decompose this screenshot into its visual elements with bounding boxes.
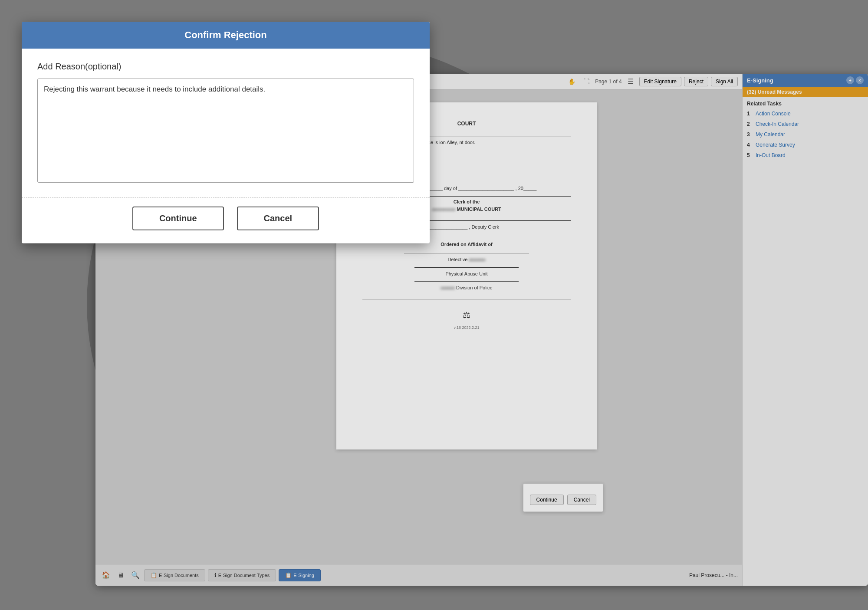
modal-section-label: Add Reason(optional) [37,62,414,72]
confirm-rejection-modal: Confirm Rejection Add Reason(optional) C… [22,22,430,243]
modal-cancel-button[interactable]: Cancel [237,207,319,230]
modal-body: Add Reason(optional) [22,49,430,197]
modal-title: Confirm Rejection [22,22,430,49]
rejection-reason-textarea[interactable] [37,79,414,183]
modal-continue-button[interactable]: Continue [132,207,224,230]
modal-footer: Continue Cancel [22,197,430,243]
